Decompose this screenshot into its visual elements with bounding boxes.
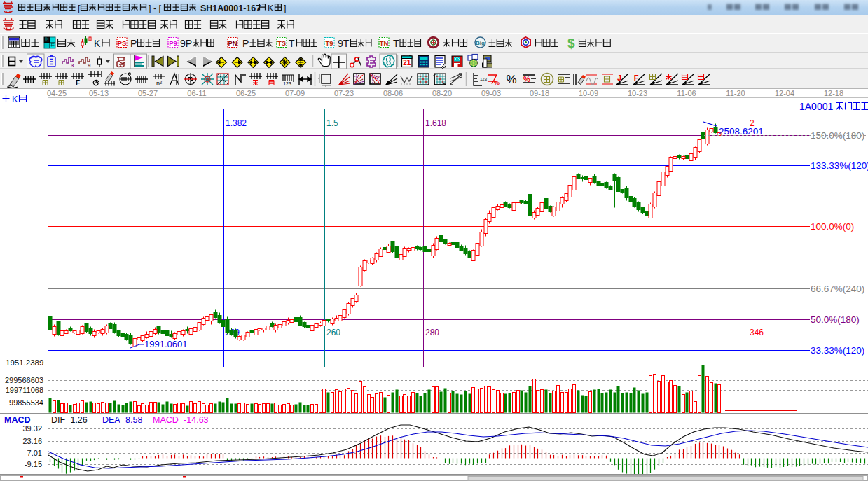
svg-text:9: 9 [88,62,91,69]
svg-text:F: F [76,79,80,87]
svg-text:] - [: ] - [ [149,4,162,13]
svg-text:08-20: 08-20 [432,89,452,97]
svg-text:10-09: 10-09 [579,89,598,97]
svg-text:7.01: 7.01 [27,449,42,457]
svg-text:1991.0601: 1991.0601 [144,339,187,349]
svg-text:10-23: 10-23 [628,89,647,97]
svg-text:06-11: 06-11 [187,89,206,97]
svg-text:1A0001: 1A0001 [799,101,833,112]
svg-text:05-27: 05-27 [138,89,158,97]
svg-text:9T: 9T [338,38,350,49]
svg-text:33.33%(120): 33.33%(120) [811,345,864,356]
svg-text:T: T [289,38,295,49]
svg-text:346: 346 [750,328,764,337]
svg-text:12-18: 12-18 [824,89,843,97]
svg-text:123: 123 [283,81,291,86]
svg-text:04-25: 04-25 [47,89,67,97]
svg-text:9P: 9P [180,38,192,49]
svg-text:%: % [506,73,516,86]
svg-text:3: 3 [71,62,74,69]
svg-text:K: K [12,95,18,104]
svg-text:[: [ [78,4,81,13]
svg-text:P: P [242,38,249,49]
svg-text:11-06: 11-06 [677,89,696,97]
svg-text:MACD=-14.63: MACD=-14.63 [153,415,209,425]
svg-text:23.16: 23.16 [22,437,42,445]
svg-text:2508.6201: 2508.6201 [719,126,764,137]
svg-text:]: ] [284,4,286,13]
svg-text:05-13: 05-13 [89,89,109,97]
svg-text:DIF=1.26: DIF=1.26 [51,415,88,425]
svg-text:J: J [617,74,621,82]
svg-text:$: $ [567,36,575,50]
svg-text:07-23: 07-23 [334,89,354,97]
svg-text:MACD: MACD [4,415,31,425]
svg-text:07-09: 07-09 [285,89,305,97]
svg-text:-9.15: -9.15 [25,460,42,468]
svg-text:K: K [94,38,101,49]
svg-text:n²: n² [156,80,162,87]
svg-text:TN: TN [380,39,389,47]
svg-text:09-03: 09-03 [481,89,501,97]
svg-text:P: P [130,38,137,49]
svg-text:11-20: 11-20 [726,89,745,97]
svg-text:PN: PN [228,39,237,47]
svg-text:50.0%(180): 50.0%(180) [811,314,860,325]
svg-text:21: 21 [403,59,411,67]
svg-text:PS: PS [118,39,127,47]
svg-text:1951.2389: 1951.2389 [6,358,43,367]
svg-text:T: T [393,38,399,49]
svg-text:1.5: 1.5 [326,118,338,128]
svg-text:%: % [523,75,530,83]
svg-text:09-18: 09-18 [530,89,549,97]
svg-text:66.67%(240): 66.67%(240) [811,284,864,294]
svg-text:100.0%(0): 100.0%(0) [811,221,854,232]
svg-text:K: K [268,4,274,13]
svg-text:%: % [494,79,500,86]
svg-text:199711068: 199711068 [6,386,43,394]
svg-text:1.618: 1.618 [425,118,446,128]
svg-text:39.32: 39.32 [22,424,42,433]
svg-text:99855534: 99855534 [9,398,43,407]
svg-text:1.382: 1.382 [226,118,247,128]
svg-text:DEA=8.58: DEA=8.58 [102,415,142,425]
svg-text:06-25: 06-25 [236,89,256,97]
svg-text:TS: TS [277,39,286,47]
svg-text:Big: Big [476,40,485,46]
svg-text:133.33%(120): 133.33%(120) [811,160,868,171]
svg-text:SH1A0001-167: SH1A0001-167 [200,4,261,13]
svg-text:P9: P9 [169,39,177,47]
svg-text:T9: T9 [325,39,333,47]
svg-text:280: 280 [425,328,439,337]
svg-text:12-04: 12-04 [775,89,794,97]
svg-text:F: F [634,74,639,82]
svg-text:299566603: 299566603 [5,376,43,384]
svg-text:260: 260 [326,328,340,337]
svg-text:08-06: 08-06 [383,89,403,97]
svg-text:123: 123 [480,77,488,81]
